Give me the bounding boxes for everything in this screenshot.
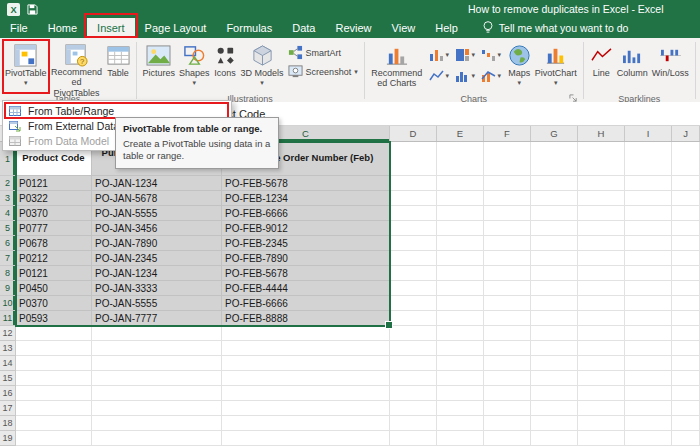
cell-C9[interactable]: PO-FEB-4444 (222, 281, 390, 296)
cell-I16[interactable] (625, 386, 672, 401)
cell-I7[interactable] (625, 251, 672, 266)
row-header-7[interactable]: 7 (0, 251, 16, 266)
cell-H2[interactable] (578, 176, 625, 191)
cell-F7[interactable] (484, 251, 531, 266)
row-header-12[interactable]: 12 (0, 326, 16, 341)
cell-E8[interactable] (437, 266, 484, 281)
cell-A19[interactable] (16, 431, 92, 446)
row-header-6[interactable]: 6 (0, 236, 16, 251)
cell-A5[interactable]: P0777 (16, 221, 92, 236)
cell-J1[interactable] (672, 142, 700, 176)
cell-H13[interactable] (578, 341, 625, 356)
cell-H18[interactable] (578, 416, 625, 431)
cell-B6[interactable]: PO-JAN-7890 (92, 236, 222, 251)
cell-H15[interactable] (578, 371, 625, 386)
cell-D4[interactable] (390, 206, 437, 221)
cell-D14[interactable] (390, 356, 437, 371)
tab-view[interactable]: View (382, 18, 426, 38)
icons-button[interactable]: Icons (212, 40, 239, 94)
cell-F5[interactable] (484, 221, 531, 236)
cell-H7[interactable] (578, 251, 625, 266)
column-header-I[interactable]: I (625, 126, 672, 141)
cell-E2[interactable] (437, 176, 484, 191)
cell-C3[interactable]: PO-FEB-1234 (222, 191, 390, 206)
cell-G12[interactable] (531, 326, 578, 341)
cell-F8[interactable] (484, 266, 531, 281)
cell-J3[interactable] (672, 191, 700, 206)
cell-G14[interactable] (531, 356, 578, 371)
cell-E1[interactable] (437, 142, 484, 176)
cell-G2[interactable] (531, 176, 578, 191)
cell-E14[interactable] (437, 356, 484, 371)
cell-I12[interactable] (625, 326, 672, 341)
cell-C18[interactable] (222, 416, 390, 431)
cell-I10[interactable] (625, 296, 672, 311)
cell-A17[interactable] (16, 401, 92, 416)
cell-J4[interactable] (672, 206, 700, 221)
cell-H5[interactable] (578, 221, 625, 236)
tab-page-layout[interactable]: Page Layout (135, 18, 217, 38)
cell-G11[interactable] (531, 311, 578, 326)
cell-E7[interactable] (437, 251, 484, 266)
cell-H17[interactable] (578, 401, 625, 416)
cell-I5[interactable] (625, 221, 672, 236)
cell-H10[interactable] (578, 296, 625, 311)
cell-B16[interactable] (92, 386, 222, 401)
cell-C13[interactable] (222, 341, 390, 356)
cell-G3[interactable] (531, 191, 578, 206)
cell-B9[interactable]: PO-JAN-3333 (92, 281, 222, 296)
cell-J13[interactable] (672, 341, 700, 356)
cell-D17[interactable] (390, 401, 437, 416)
cell-B19[interactable] (92, 431, 222, 446)
cell-E19[interactable] (437, 431, 484, 446)
table-button[interactable]: Table (105, 40, 132, 94)
cell-C16[interactable] (222, 386, 390, 401)
line-button[interactable]: Line (588, 40, 615, 94)
hierarchy-chart-button[interactable]: ▾ (453, 45, 478, 65)
cell-G10[interactable] (531, 296, 578, 311)
recommended-pivottables-button[interactable]: ?Recommended PivotTables (49, 40, 105, 94)
column-header-H[interactable]: H (578, 126, 625, 141)
cell-C11[interactable]: PO-FEB-8888 (222, 311, 390, 326)
cell-E9[interactable] (437, 281, 484, 296)
cell-H19[interactable] (578, 431, 625, 446)
cell-D2[interactable] (390, 176, 437, 191)
row-header-13[interactable]: 13 (0, 341, 16, 356)
cell-A14[interactable] (16, 356, 92, 371)
cell-F2[interactable] (484, 176, 531, 191)
cell-J7[interactable] (672, 251, 700, 266)
cell-A15[interactable] (16, 371, 92, 386)
cell-B11[interactable]: PO-JAN-7777 (92, 311, 222, 326)
cell-F14[interactable] (484, 356, 531, 371)
save-icon[interactable] (27, 4, 38, 15)
cell-B17[interactable] (92, 401, 222, 416)
cell-E4[interactable] (437, 206, 484, 221)
cell-E17[interactable] (437, 401, 484, 416)
smartart-button[interactable]: SmartArt (288, 45, 358, 60)
cell-G15[interactable] (531, 371, 578, 386)
statistic-chart-button[interactable]: ▾ (453, 66, 478, 86)
cell-H4[interactable] (578, 206, 625, 221)
row-header-19[interactable]: 19 (0, 431, 16, 446)
cell-E5[interactable] (437, 221, 484, 236)
cell-E3[interactable] (437, 191, 484, 206)
cell-I9[interactable] (625, 281, 672, 296)
tab-help[interactable]: Help (425, 18, 468, 38)
cell-E12[interactable] (437, 326, 484, 341)
cell-C5[interactable]: PO-FEB-9012 (222, 221, 390, 236)
cell-C2[interactable]: PO-FEB-5678 (222, 176, 390, 191)
cell-H11[interactable] (578, 311, 625, 326)
row-header-16[interactable]: 16 (0, 386, 16, 401)
cell-I1[interactable] (625, 142, 672, 176)
column-header-F[interactable]: F (484, 126, 531, 141)
cell-H16[interactable] (578, 386, 625, 401)
cell-B10[interactable]: PO-JAN-5555 (92, 296, 222, 311)
cell-E11[interactable] (437, 311, 484, 326)
cell-B15[interactable] (92, 371, 222, 386)
cell-F3[interactable] (484, 191, 531, 206)
cell-B2[interactable]: PO-JAN-1234 (92, 176, 222, 191)
row-header-10[interactable]: 10 (0, 296, 16, 311)
cell-D6[interactable] (390, 236, 437, 251)
column-header-E[interactable]: E (437, 126, 484, 141)
cell-F4[interactable] (484, 206, 531, 221)
